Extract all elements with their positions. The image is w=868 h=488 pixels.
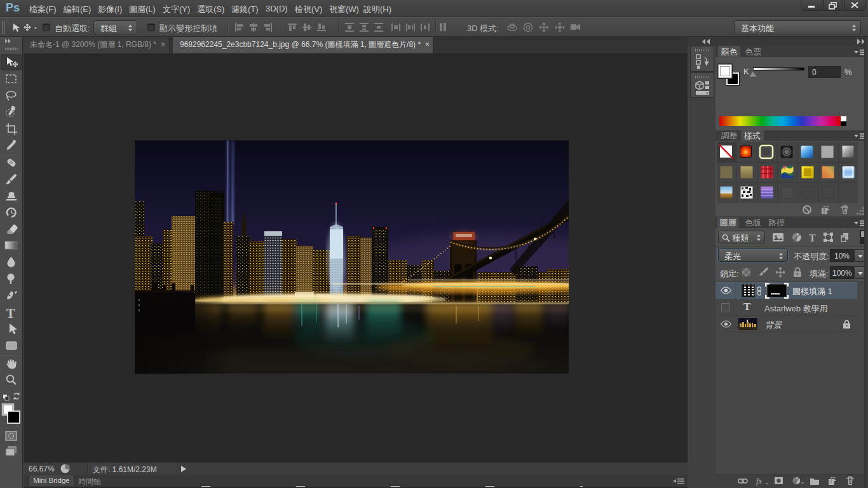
- svg-text:T: T: [6, 306, 15, 320]
- svg-text:fx: fx: [756, 476, 763, 485]
- svg-text:T: T: [809, 233, 816, 243]
